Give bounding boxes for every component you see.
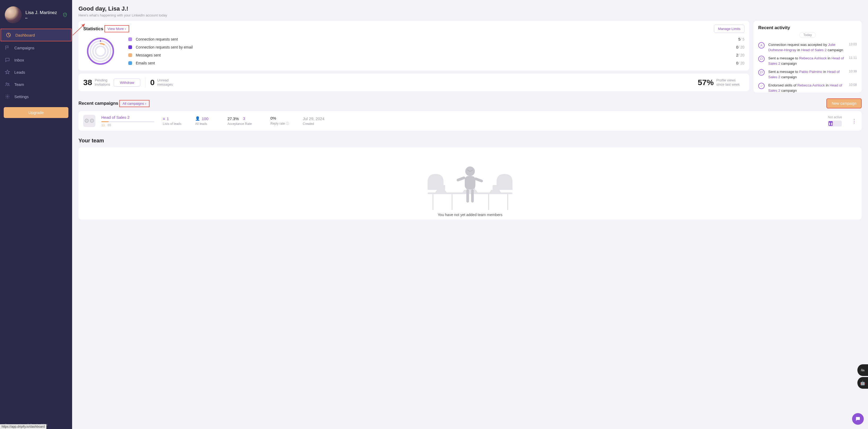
kpi-pending-n: 38: [83, 78, 92, 87]
activity-item[interactable]: Endorsed skills of Rebecca Ashlock in He…: [758, 81, 857, 93]
svg-rect-20: [465, 176, 475, 189]
svg-point-8: [100, 40, 101, 41]
svg-rect-24: [471, 189, 474, 203]
view-more-link[interactable]: View More ›: [104, 25, 129, 32]
team-empty-text: You have not yet added team members: [438, 213, 502, 217]
nav-label: Campaigns: [14, 45, 34, 50]
activity-text: Sent a message to Rebecca Ashlock in Hea…: [768, 56, 845, 66]
msg-icon: [758, 69, 765, 75]
svg-rect-21: [456, 176, 466, 182]
gear-icon: [5, 94, 10, 99]
avatar[interactable]: [5, 6, 22, 23]
stat-value: 2: [736, 53, 738, 57]
translate-fab[interactable]: 🗛: [858, 364, 868, 376]
statistics-card: Statistics View More › Manage Limits: [79, 21, 749, 70]
activity-title: Recent activity: [758, 25, 857, 30]
inactive-label: Not active: [828, 115, 842, 119]
user-icon: [758, 42, 765, 49]
new-campaign-button[interactable]: New campaign: [826, 98, 862, 109]
sidebar-item-team[interactable]: Team: [0, 79, 72, 90]
activity-item[interactable]: Sent a message to Pablo Palmino in Head …: [758, 68, 857, 81]
main-content: Good day, Lisa J.! Here's what's happeni…: [72, 0, 868, 429]
stat-max: / 20: [738, 61, 744, 65]
activity-text: Endorsed skills of Rebecca Ashlock in He…: [768, 83, 845, 93]
campaign-thumb: ⚙︎⚙︎: [83, 115, 95, 127]
activity-link[interactable]: Head of Sales 2: [801, 48, 827, 52]
stat-row: Emails sent 0/ 20: [128, 61, 744, 65]
svg-point-9: [761, 44, 762, 45]
stat-max: / 20: [738, 53, 744, 57]
chat-fab[interactable]: [852, 413, 864, 425]
chevron-right-icon: ›: [125, 27, 126, 31]
stat-value: 0: [736, 45, 738, 49]
activity-link[interactable]: Rebecca Ashlock: [799, 56, 827, 60]
user-icon: 👤: [195, 116, 200, 121]
sidebar-item-leads[interactable]: Leads: [0, 66, 72, 78]
svg-point-7: [95, 46, 105, 56]
svg-rect-12: [432, 194, 433, 210]
svg-point-2: [8, 83, 9, 84]
stat-dot: [128, 45, 132, 49]
all-campaigns-link[interactable]: All campaigns ›: [119, 100, 149, 107]
upgrade-button[interactable]: Upgrade: [4, 107, 68, 118]
stat-dot: [128, 61, 132, 65]
svg-point-3: [7, 96, 8, 97]
stat-label: Emails sent: [136, 61, 733, 65]
team-icon: [5, 82, 10, 87]
list-icon: ≡: [163, 116, 165, 121]
activity-link[interactable]: Rebecca Ashlock: [798, 83, 825, 87]
svg-rect-16: [438, 185, 445, 190]
greeting: Good day, Lisa J.! Here's what's happeni…: [79, 5, 862, 17]
kpi-unread-n: 0: [150, 78, 155, 87]
campaign-name[interactable]: Head of Sales 2: [101, 115, 157, 120]
stat-value: 0: [736, 61, 738, 65]
pie-chart-icon: [6, 32, 11, 38]
nav-label: Settings: [14, 94, 29, 99]
flag-icon: [5, 45, 10, 50]
activity-text: Connection request was accepted by Julie…: [768, 42, 845, 53]
svg-rect-15: [488, 194, 489, 210]
svg-rect-13: [507, 194, 508, 210]
profile-name: Lisa J. Martinez: [26, 10, 57, 16]
stats-donut: [83, 37, 118, 66]
activity-time: 11:11: [849, 56, 857, 66]
activity-text: Sent a message to Pablo Palmino in Head …: [768, 69, 845, 80]
stat-row: Messages sent 2/ 20: [128, 53, 744, 57]
statistics-title: Statistics: [83, 26, 103, 32]
campaigns-title: Recent campaigns: [79, 101, 118, 106]
sidebar-item-campaigns[interactable]: Campaigns: [0, 42, 72, 54]
sidebar-item-inbox[interactable]: Inbox: [0, 54, 72, 66]
greeting-title: Good day, Lisa J.!: [79, 5, 862, 12]
withdraw-button[interactable]: Withdraw: [114, 79, 140, 87]
today-pill: Today: [799, 32, 816, 38]
star-icon: [5, 69, 10, 75]
sidebar: Lisa J. Martinez ▪▫ Dashboard Campaigns …: [0, 0, 72, 429]
bot-fab[interactable]: 🤖: [858, 377, 868, 389]
stat-row: Connection requests sent by email 0/ 20: [128, 45, 744, 49]
activity-item[interactable]: Connection request was accepted by Julie…: [758, 40, 857, 54]
kpi-views-t: Profile viewssince last week: [716, 78, 740, 87]
greeting-subtitle: Here's what's happening with your Linked…: [79, 13, 862, 17]
activity-time: 13:03: [849, 42, 857, 53]
activity-time: 10:08: [849, 83, 857, 93]
info-icon[interactable]: ⓘ: [286, 122, 289, 125]
nav-label: Dashboard: [16, 33, 35, 37]
svg-rect-14: [452, 194, 453, 210]
activity-item[interactable]: Sent a message to Rebecca Ashlock in Hea…: [758, 54, 857, 68]
sidebar-item-dashboard[interactable]: Dashboard: [1, 29, 71, 41]
nav-label: Leads: [14, 70, 25, 74]
chat-icon: [5, 57, 10, 63]
activity-time: 10:39: [849, 69, 857, 80]
nav-label: Team: [14, 82, 24, 87]
activity-card: Recent activity Today Connection request…: [753, 21, 862, 93]
kpi-unread-t: Unreadmessages: [157, 78, 173, 87]
row-menu[interactable]: ⋮: [851, 118, 857, 124]
sidebar-item-settings[interactable]: Settings: [0, 91, 72, 102]
campaign-row[interactable]: ⚙︎⚙︎ Head of Sales 2 11 89 ≡1 Lists of l…: [79, 111, 862, 131]
active-toggle[interactable]: ❚❚: [828, 121, 842, 126]
stat-label: Connection requests sent by email: [136, 45, 733, 49]
manage-limits-button[interactable]: Manage Limits: [714, 25, 744, 33]
nav-label: Inbox: [14, 58, 24, 62]
profile-block[interactable]: Lisa J. Martinez ▪▫: [0, 4, 72, 29]
activity-link[interactable]: Pablo Palmino: [799, 70, 822, 74]
